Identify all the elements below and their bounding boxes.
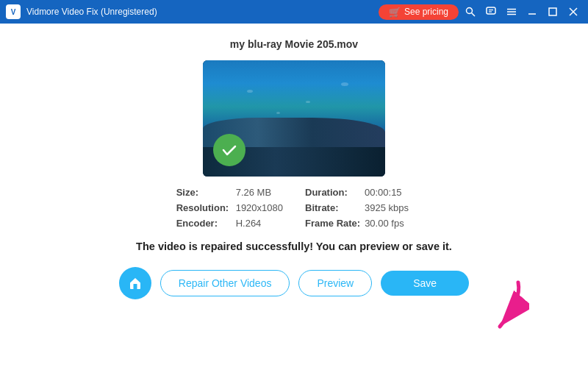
pricing-label: See pricing	[404, 7, 448, 17]
svg-rect-12	[133, 284, 137, 289]
search-button[interactable]	[462, 4, 479, 19]
info-bitrate-row: Bitrate: 3925 kbps	[305, 202, 412, 213]
info-framerate-row: Frame Rate: 30.00 fps	[305, 218, 412, 229]
svg-rect-2	[487, 7, 495, 14]
resolution-label: Resolution:	[176, 202, 232, 213]
encoder-value: H.264	[236, 218, 262, 229]
encoder-label: Encoder:	[176, 218, 232, 229]
info-encoder-row: Encoder: H.264	[176, 218, 283, 229]
close-icon	[569, 7, 578, 16]
bitrate-value: 3925 kbps	[365, 202, 409, 213]
svg-rect-9	[549, 8, 556, 15]
fish-decoration-4	[276, 112, 280, 114]
info-size-row: Size: 7.26 MB	[176, 187, 283, 198]
info-duration-row: Duration: 00:00:15	[305, 187, 412, 198]
minimize-icon	[528, 7, 537, 16]
size-label: Size:	[176, 187, 232, 198]
fish-decoration-2	[306, 101, 310, 103]
chat-button[interactable]	[482, 4, 500, 19]
repair-other-button[interactable]: Repair Other Videos	[160, 270, 290, 296]
svg-line-1	[472, 13, 476, 17]
checkmark-icon	[220, 141, 238, 159]
search-icon	[465, 7, 476, 17]
cart-icon: 🛒	[389, 7, 401, 18]
save-button[interactable]: Save	[381, 271, 469, 296]
title-bar-left: V Vidmore Video Fix (Unregistered)	[6, 4, 157, 19]
info-resolution-row: Resolution: 1920x1080	[176, 202, 283, 213]
menu-icon	[506, 7, 517, 17]
home-icon	[128, 276, 143, 291]
framerate-value: 30.00 fps	[365, 218, 404, 229]
minimize-button[interactable]	[523, 4, 541, 19]
success-message: The video is repaired successfully! You …	[136, 241, 452, 252]
duration-value: 00:00:15	[365, 187, 402, 198]
duration-label: Duration:	[305, 187, 360, 198]
fish-decoration-1	[247, 90, 253, 93]
success-badge	[213, 134, 245, 166]
size-value: 7.26 MB	[236, 187, 271, 198]
resolution-value: 1920x1080	[236, 202, 283, 213]
maximize-button[interactable]	[544, 4, 562, 19]
video-preview	[203, 60, 385, 177]
preview-button[interactable]: Preview	[298, 270, 372, 296]
action-bar: Repair Other Videos Preview Save	[119, 267, 469, 299]
main-content: my blu-ray Movie 205.mov Size: 7.26 MB D…	[0, 24, 588, 299]
video-filename: my blu-ray Movie 205.mov	[230, 38, 358, 50]
framerate-label: Frame Rate:	[305, 218, 360, 229]
video-info-grid: Size: 7.26 MB Duration: 00:00:15 Resolut…	[176, 187, 412, 229]
app-icon: V	[6, 4, 21, 19]
fish-decoration-3	[341, 82, 348, 86]
home-button[interactable]	[119, 267, 151, 299]
maximize-icon	[548, 7, 557, 16]
title-bar-right: 🛒 See pricing	[379, 4, 582, 20]
menu-button[interactable]	[503, 4, 520, 19]
see-pricing-button[interactable]: 🛒 See pricing	[379, 4, 459, 20]
svg-point-0	[467, 8, 473, 14]
chat-icon	[486, 7, 496, 17]
title-bar: V Vidmore Video Fix (Unregistered) 🛒 See…	[0, 0, 588, 24]
close-button[interactable]	[564, 4, 582, 19]
app-title: Vidmore Video Fix (Unregistered)	[26, 7, 157, 17]
bitrate-label: Bitrate:	[305, 202, 360, 213]
